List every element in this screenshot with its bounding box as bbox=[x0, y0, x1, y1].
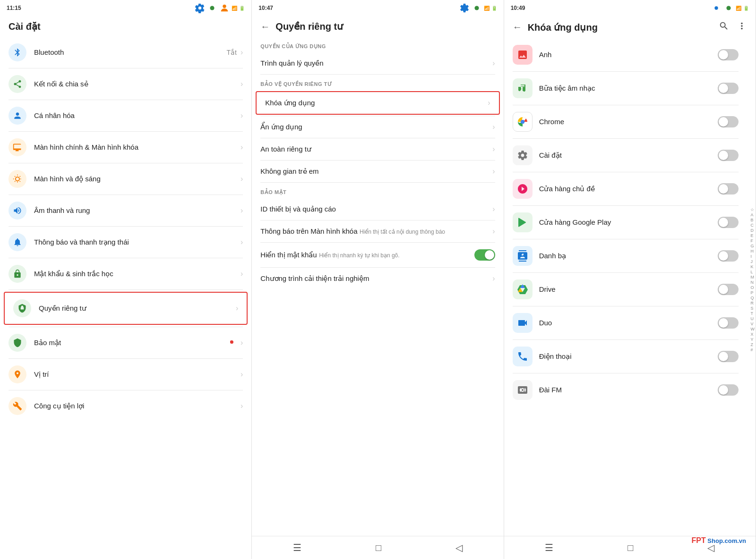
notif-icon-3 bbox=[723, 3, 734, 13]
highlighted-khoaungdung: Khóa ứng dụng › bbox=[256, 91, 499, 115]
privacy-item-thongbaokhoa[interactable]: Thông báo trên Màn hình khóa Hiển thị tấ… bbox=[252, 220, 503, 242]
toggle-thumb-chrome bbox=[719, 117, 728, 127]
privacy-item-khonggian[interactable]: Không gian trẻ em › bbox=[252, 161, 503, 182]
privacy-item-trinhquanly[interactable]: Trình quản lý quyền › bbox=[252, 52, 503, 74]
applock-item-daifm[interactable]: Đài FM bbox=[504, 373, 747, 407]
bluetooth-badge: Tắt bbox=[227, 49, 237, 56]
antoan-chevron: › bbox=[492, 145, 495, 153]
bottom-home-btn[interactable]: □ bbox=[370, 541, 387, 555]
bottom-back-btn[interactable]: ◁ bbox=[450, 540, 468, 555]
more-button[interactable] bbox=[737, 21, 747, 34]
bottom-menu-btn[interactable]: ☰ bbox=[287, 540, 307, 555]
highlighted-item-privacy: Quyền riêng tư › bbox=[4, 292, 248, 325]
applock-item-buatiec[interactable]: Bữa tiệc âm nhạc bbox=[504, 72, 747, 105]
personal-label: Cá nhân hóa bbox=[34, 111, 75, 119]
hienthi-toggle[interactable] bbox=[474, 249, 495, 261]
settings-item-tools[interactable]: Công cụ tiện lợi › bbox=[0, 390, 251, 422]
divider-8 bbox=[9, 289, 243, 290]
bluetooth-right: Tắt › bbox=[227, 48, 243, 57]
settings-item-brightness[interactable]: Màn hình và độ sáng › bbox=[0, 163, 251, 195]
toggle-thumb-caidat bbox=[719, 151, 728, 160]
svg-point-3 bbox=[474, 6, 479, 10]
location2-right: › bbox=[241, 370, 243, 379]
privacy-item-hienthi[interactable]: Hiển thị mật khẩu Hiển thị nhanh ký tự k… bbox=[252, 243, 503, 267]
settings-item-location[interactable]: Vị trí › bbox=[0, 359, 251, 390]
khonggian-chevron: › bbox=[492, 167, 495, 176]
status-icons-2: 📶 🔋 bbox=[459, 3, 497, 13]
applock-item-caidat[interactable]: Cài đặt bbox=[504, 139, 747, 172]
privacy-item-khoaungdung[interactable]: Khóa ứng dụng › bbox=[257, 92, 498, 114]
back-button-applock[interactable]: ← bbox=[513, 22, 522, 33]
battery-2: 🔋 bbox=[491, 6, 497, 11]
khonggian-label: Không gian trẻ em bbox=[260, 167, 318, 175]
privacy-label-container: Quyền riêng tư bbox=[39, 304, 236, 313]
notification2-label-container: Thông báo và thanh trạng thái bbox=[34, 238, 241, 246]
applock-item-cuahangchude[interactable]: Cửa hàng chủ đề bbox=[504, 172, 747, 205]
khoaungdung-label: Khóa ứng dụng bbox=[265, 99, 315, 107]
notif-icon-2 bbox=[472, 3, 482, 13]
settings-item-bluetooth[interactable]: Bluetooth Tắt › bbox=[0, 37, 251, 68]
cuahangchude-label: Cửa hàng chủ đề bbox=[539, 185, 595, 193]
bottom-home-btn-3[interactable]: □ bbox=[622, 541, 639, 555]
googleplay-toggle[interactable] bbox=[718, 217, 739, 228]
drive-toggle[interactable] bbox=[718, 284, 739, 295]
lock-icon bbox=[9, 265, 26, 283]
applock-item-chrome[interactable]: Chrome bbox=[504, 105, 747, 138]
settings-item-display[interactable]: Màn hình chính & Màn hình khóa › bbox=[0, 132, 251, 163]
settings-item-share[interactable]: Kết nối & chia sẻ › bbox=[0, 68, 251, 100]
applock-item-duo[interactable]: Duo bbox=[504, 306, 747, 339]
settings-item-notification[interactable]: Thông báo và thanh trạng thái › bbox=[0, 227, 251, 258]
time-3: 10:49 bbox=[511, 5, 525, 11]
settings-item-privacy[interactable]: Quyền riêng tư › bbox=[5, 293, 247, 324]
brightness-chevron: › bbox=[241, 175, 243, 183]
privacy-item-chuongtrinh[interactable]: Chương trình cải thiện trải nghiệm › bbox=[252, 268, 503, 289]
search-button[interactable] bbox=[719, 21, 729, 34]
duo-toggle[interactable] bbox=[718, 317, 739, 329]
buatiec-toggle[interactable] bbox=[718, 83, 739, 94]
caidat-toggle[interactable] bbox=[718, 150, 739, 161]
toggle-thumb-danhba bbox=[719, 251, 728, 261]
location2-label-container: Vị trí bbox=[34, 370, 241, 379]
danhba-toggle[interactable] bbox=[718, 250, 739, 262]
cuahangchude-label-container: Cửa hàng chủ đề bbox=[539, 185, 718, 193]
tools-chevron: › bbox=[241, 402, 243, 410]
privacy-item-anungdung[interactable]: Ẩn ứng dụng › bbox=[252, 116, 503, 138]
applock-item-googleplay[interactable]: Cửa hàng Google Play bbox=[504, 206, 747, 239]
applock-item-danhba[interactable]: Danh bạ bbox=[504, 239, 747, 272]
drive-label-container: Drive bbox=[539, 285, 718, 294]
duo-label-container: Duo bbox=[539, 319, 718, 327]
cuahangchude-toggle[interactable] bbox=[718, 183, 739, 195]
applock-panel: 10:49 📶 🔋 ← Khóa ứng dụng Anh bbox=[504, 0, 756, 559]
settings-item-sound[interactable]: Âm thanh và rung › bbox=[0, 195, 251, 226]
password-chevron: › bbox=[241, 270, 243, 278]
trinhquanly-container: Trình quản lý quyền bbox=[260, 59, 492, 68]
privacy-item-antoan[interactable]: An toàn riêng tư › bbox=[252, 138, 503, 160]
danhba-label-container: Danh bạ bbox=[539, 252, 718, 260]
applock-item-anh[interactable]: Anh bbox=[504, 38, 747, 71]
bottom-menu-btn-3[interactable]: ☰ bbox=[539, 540, 559, 555]
chrome-toggle[interactable] bbox=[718, 116, 739, 127]
toggle-thumb bbox=[485, 250, 494, 260]
daifm-label: Đài FM bbox=[539, 386, 562, 394]
password-label: Mật khẩu & sinh trắc học bbox=[34, 270, 113, 278]
googleplay-label: Cửa hàng Google Play bbox=[539, 218, 611, 226]
tools-right: › bbox=[241, 402, 243, 410]
applock-item-drive[interactable]: Drive bbox=[504, 273, 747, 306]
settings-item-security[interactable]: Bảo mật › bbox=[0, 327, 251, 358]
display-right: › bbox=[241, 143, 243, 152]
shield-icon bbox=[9, 334, 26, 352]
privacy-item-idthietbi[interactable]: ID thiết bị và quảng cáo › bbox=[252, 198, 503, 220]
anh-toggle[interactable] bbox=[718, 49, 739, 60]
khoaungdung-chevron: › bbox=[488, 99, 490, 107]
back-button-privacy[interactable]: ← bbox=[260, 21, 270, 32]
applock-item-dienthoai[interactable]: Điện thoại bbox=[504, 340, 747, 373]
antoan-container: An toàn riêng tư bbox=[260, 145, 492, 153]
settings-item-personal[interactable]: Cá nhân hóa › bbox=[0, 100, 251, 131]
daifm-toggle[interactable] bbox=[718, 384, 739, 396]
personal-label-container: Cá nhân hóa bbox=[34, 111, 241, 120]
settings-item-password[interactable]: Mật khẩu & sinh trắc học › bbox=[0, 258, 251, 289]
privacy-icon bbox=[13, 299, 31, 317]
dienthoai-toggle[interactable] bbox=[718, 351, 739, 362]
svg-point-0 bbox=[210, 6, 215, 10]
page-title-privacy: Quyền riêng tư bbox=[275, 21, 343, 32]
